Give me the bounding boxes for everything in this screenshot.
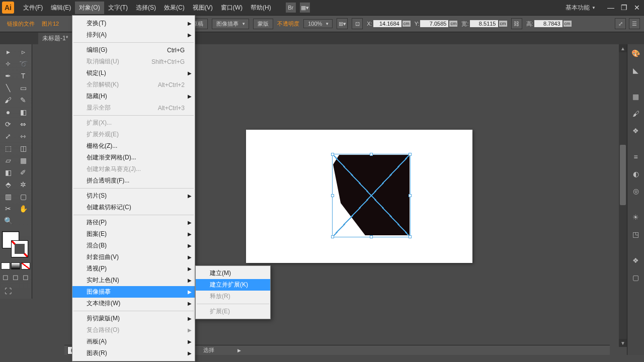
menu-view[interactable]: 视图(V) bbox=[189, 2, 217, 14]
document-tab[interactable]: 未标题-1* bbox=[38, 33, 72, 44]
menu-item[interactable]: 编组(G)Ctrl+G bbox=[72, 44, 195, 56]
menu-effect[interactable]: 效果(C) bbox=[160, 2, 189, 14]
menu-item[interactable]: 隐藏(H)▶ bbox=[72, 90, 195, 102]
menu-item[interactable]: 栅格化(Z)... bbox=[72, 140, 195, 152]
artboard-tool[interactable]: ▢ bbox=[16, 191, 30, 202]
menu-help[interactable]: 帮助(H) bbox=[247, 2, 275, 14]
submenu-item[interactable]: 建立并扩展(K) bbox=[196, 279, 270, 291]
type-tool[interactable]: T bbox=[16, 70, 30, 81]
normal-draw-icon[interactable]: ◻ bbox=[1, 273, 10, 282]
y-field[interactable]: Y:7.0585cm bbox=[415, 20, 458, 27]
x-field[interactable]: X:14.1684cm bbox=[367, 20, 410, 27]
mask-button[interactable]: 蒙版 bbox=[253, 19, 273, 29]
menu-item[interactable]: 透视(P)▶ bbox=[72, 263, 195, 275]
pen-tool[interactable]: ✒ bbox=[1, 70, 15, 81]
zoom-tool[interactable]: 🔍 bbox=[1, 215, 15, 226]
link-wh-icon[interactable]: ⛓ bbox=[511, 18, 522, 29]
menu-type[interactable]: 文字(T) bbox=[104, 2, 132, 14]
stroke-panel-icon[interactable]: ≡ bbox=[630, 151, 642, 163]
layers-panel-icon[interactable]: ❖ bbox=[630, 254, 642, 266]
menu-select[interactable]: 选择(S) bbox=[132, 2, 160, 14]
gradient-panel-icon[interactable]: ◐ bbox=[630, 168, 642, 180]
artboards-panel-icon[interactable]: ▢ bbox=[630, 272, 642, 284]
menu-edit[interactable]: 编辑(E) bbox=[47, 2, 75, 14]
slice-tool[interactable]: ✂ bbox=[1, 203, 15, 214]
menu-item[interactable]: 拼合透明度(F)... bbox=[72, 175, 195, 187]
scrollbar-vertical[interactable]: ▲ ▼ bbox=[619, 44, 627, 347]
none-mode-icon[interactable] bbox=[21, 262, 30, 269]
direct-selection-tool[interactable]: ▹ bbox=[16, 46, 30, 57]
menu-object[interactable]: 对象(O) bbox=[75, 2, 104, 14]
transparency-panel-icon[interactable]: ◎ bbox=[630, 185, 642, 197]
line-tool[interactable]: ╲ bbox=[1, 82, 15, 94]
align-icon[interactable]: ⊞▾ bbox=[337, 18, 348, 29]
opacity-field[interactable]: 100%▼ bbox=[303, 19, 333, 28]
w-field[interactable]: 宽:8.5115cm bbox=[461, 20, 507, 28]
reflect-tool[interactable]: ⇔ bbox=[16, 119, 30, 130]
blend-tool[interactable]: ⬘ bbox=[1, 179, 15, 190]
pencil-tool[interactable]: ✎ bbox=[16, 95, 30, 106]
stroke-swatch[interactable] bbox=[11, 240, 28, 257]
prefs-icon[interactable]: ☰ bbox=[629, 18, 640, 29]
fit-icon[interactable]: ⤢ bbox=[615, 18, 626, 29]
scale-tool[interactable]: ⤢ bbox=[1, 131, 15, 142]
column-graph-tool[interactable]: ▥ bbox=[1, 191, 15, 202]
hand-tool[interactable]: ✋ bbox=[16, 203, 30, 214]
menu-window[interactable]: 窗口(W) bbox=[217, 2, 247, 14]
rotate-tool[interactable]: ⟳ bbox=[1, 119, 15, 130]
scroll-thumb[interactable] bbox=[620, 145, 626, 205]
graphic-styles-icon[interactable]: ◳ bbox=[630, 228, 642, 240]
color-guide-icon[interactable]: ◣ bbox=[630, 64, 642, 76]
draw-inside-icon[interactable]: ◻ bbox=[21, 273, 30, 282]
menu-item[interactable]: 剪切蒙版(M)▶ bbox=[72, 313, 195, 324]
perspective-tool[interactable]: ▱ bbox=[1, 155, 15, 166]
menu-item[interactable]: 创建裁切标记(C) bbox=[72, 202, 195, 213]
menu-item[interactable]: 图表(R)▶ bbox=[72, 347, 195, 359]
linked-file-label[interactable]: 链接的文件 bbox=[4, 18, 38, 30]
width-tool[interactable]: ⇿ bbox=[16, 131, 30, 142]
menu-item[interactable]: 变换(T)▶ bbox=[72, 18, 195, 29]
arrange-docs-icon[interactable]: ▦▾ bbox=[299, 2, 310, 13]
menu-item[interactable]: 文本绕排(W)▶ bbox=[72, 298, 195, 309]
transform-icon[interactable]: ⊡ bbox=[352, 18, 363, 29]
h-field[interactable]: 高:8.7843cm bbox=[526, 20, 572, 28]
menu-item[interactable]: 排列(A)▶ bbox=[72, 29, 195, 41]
screen-mode-icon[interactable]: ⛶ bbox=[1, 286, 15, 297]
menu-item[interactable]: 封套扭曲(V)▶ bbox=[72, 251, 195, 263]
menu-item[interactable]: 切片(S)▶ bbox=[72, 190, 195, 202]
color-mode-icon[interactable] bbox=[1, 262, 10, 269]
menu-item[interactable]: 图像描摹▶ bbox=[72, 286, 195, 298]
menu-file[interactable]: 文件(F) bbox=[19, 2, 47, 14]
menu-item[interactable]: 路径(P)▶ bbox=[72, 217, 195, 228]
gradient-mode-icon[interactable] bbox=[11, 262, 20, 269]
bridge-icon[interactable]: Br bbox=[285, 2, 296, 13]
eyedropper-tool[interactable]: ✐ bbox=[16, 167, 30, 178]
swatches-panel-icon[interactable]: ▦ bbox=[630, 90, 642, 103]
close-icon[interactable]: ✕ bbox=[632, 4, 642, 12]
menu-item[interactable]: 锁定(L)▶ bbox=[72, 67, 195, 79]
mesh-tool[interactable]: ▦ bbox=[16, 155, 30, 166]
menu-item[interactable]: 混合(B)▶ bbox=[72, 240, 195, 251]
symbols-panel-icon[interactable]: ❖ bbox=[630, 125, 642, 137]
free-transform-tool[interactable]: ⬚ bbox=[1, 143, 15, 154]
scroll-up-icon[interactable]: ▲ bbox=[619, 44, 627, 52]
fill-stroke-swatch[interactable] bbox=[1, 230, 31, 260]
workspace-switcher[interactable]: 基本功能▼ bbox=[561, 3, 600, 13]
draw-behind-icon[interactable]: ◻ bbox=[11, 273, 20, 282]
status-menu-icon[interactable]: ▶ bbox=[237, 348, 241, 353]
blob-brush-tool[interactable]: ● bbox=[1, 107, 15, 118]
gradient-tool[interactable]: ◧ bbox=[1, 167, 15, 178]
menu-item[interactable]: 图案(E)▶ bbox=[72, 228, 195, 240]
symbol-sprayer-tool[interactable]: ✲ bbox=[16, 179, 30, 190]
menu-item[interactable]: 画板(A)▶ bbox=[72, 336, 195, 347]
shape-builder-tool[interactable]: ◫ bbox=[16, 143, 30, 154]
minimize-icon[interactable]: — bbox=[606, 4, 616, 12]
magic-wand-tool[interactable]: ✧ bbox=[1, 58, 15, 69]
maximize-icon[interactable]: ❐ bbox=[619, 4, 629, 12]
eraser-tool[interactable]: ◧ bbox=[16, 107, 30, 118]
menu-item[interactable]: 创建渐变网格(D)... bbox=[72, 152, 195, 163]
filename-label[interactable]: 图片12 bbox=[42, 20, 59, 28]
color-panel-icon[interactable]: 🎨 bbox=[630, 47, 642, 59]
menu-item[interactable]: 实时上色(N)▶ bbox=[72, 275, 195, 286]
brushes-panel-icon[interactable]: 🖌 bbox=[630, 108, 642, 120]
